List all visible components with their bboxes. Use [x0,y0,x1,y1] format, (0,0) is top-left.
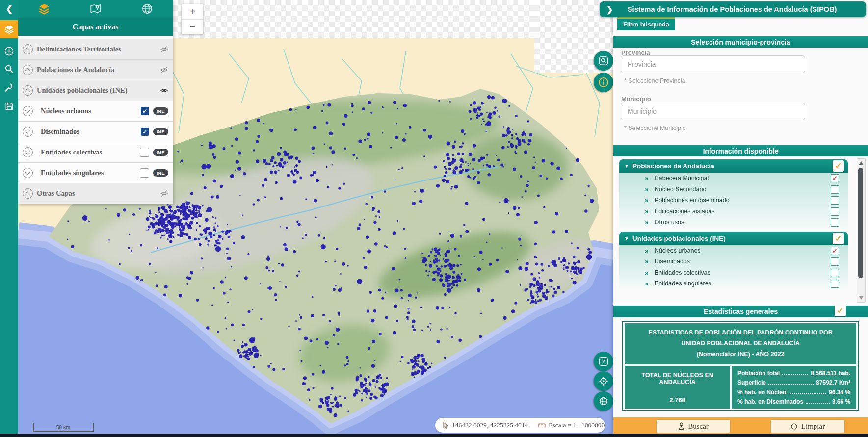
collapse-panel-button[interactable]: ❮ [0,0,18,18]
layers-tab-icon[interactable] [38,2,51,15]
scroll-down-arrow[interactable] [859,296,864,300]
collapse-chevron-icon[interactable] [23,44,33,54]
stats-total-cell: TOTAL DE NÚCLEOS EN ANDALUCÍA 2.768 [625,366,730,409]
estadisticas-checkbox[interactable]: ✓ [835,305,846,316]
layer-checkbox[interactable] [140,148,149,157]
info-item-checkbox[interactable] [831,207,839,216]
info-scrollbar[interactable] [857,158,866,303]
stats-table-title: ESTADISTICAS DE POBLACIÓN DEL PADRÓN CON… [625,323,856,364]
visibility-on-icon[interactable] [160,87,168,94]
basemap-globe-button[interactable] [594,391,613,411]
info-group-checkbox[interactable]: ✓ [833,233,844,244]
section-header-seleccion: Selección municipio-provincia [613,36,868,48]
add-layer-button[interactable] [0,42,18,60]
collapse-chevron-icon[interactable] [23,106,33,116]
stats-row-label: % hab. en Diseminados [737,398,803,405]
info-item: » Poblaciones en diseminado [619,195,848,206]
map-pin-tab-icon[interactable] [89,2,102,15]
layers-tool-button[interactable] [0,20,18,38]
section-header-estadisticas: Estadísticas generales ✓ [613,306,868,317]
leader-dots [782,374,808,375]
tools-button[interactable] [0,78,18,97]
search-tool-button[interactable] [0,60,18,78]
map-status-pill: 146422.0029, 4225225.4014 Escala = 1 : 1… [435,418,605,433]
bottom-bar [0,434,868,437]
layer-label: Delimitaciones Territoriales [37,45,156,53]
layer-row[interactable]: Diseminados✓ INE [18,122,173,142]
layer-checkbox[interactable]: ✓ [141,128,149,136]
info-item: » Entidades singulares [619,278,848,289]
search-panel: Filtro búsqueda Selección municipio-prov… [613,0,868,437]
locate-icon [598,376,609,386]
scale-bar-label: 50 km [56,424,70,431]
ine-badge: INE [153,149,168,156]
info-group-label: Poblaciones de Andalucía [632,162,714,170]
visibility-off-icon[interactable] [160,46,168,53]
info-group-label: Unidades poblacionales (INE) [632,235,726,242]
info-item-label: Entidades singulares [655,280,711,287]
buscar-button[interactable]: Buscar [656,419,731,433]
collapse-chevron-icon[interactable] [23,65,33,75]
info-item-checkbox[interactable] [831,218,839,227]
visibility-off-icon[interactable] [160,190,168,197]
layer-row[interactable]: Entidades colectivas INE [18,142,173,163]
info-item-checkbox[interactable]: ✓ [831,247,839,255]
municipio-input[interactable] [621,103,805,120]
tab-filtro-busqueda[interactable]: Filtro búsqueda [617,17,675,30]
info-item-checkbox[interactable] [831,185,839,194]
municipio-hint: * Seleccione Municipio [624,125,686,131]
layer-checkbox[interactable] [140,168,149,178]
save-button[interactable] [0,97,18,115]
info-group-header[interactable]: ▼ Poblaciones de Andalucía ✓ [619,159,848,173]
collapse-chevron-icon[interactable] [23,147,33,157]
layer-row[interactable]: Unidades poblacionales (INE) [18,80,173,101]
help-button[interactable]: ? [594,352,613,371]
collapse-chevron-icon[interactable] [23,127,33,137]
zoom-out-button[interactable]: − [182,20,203,35]
stats-row: % hab. en Núcleo 96.34 % [737,389,850,396]
layer-row[interactable]: Poblaciones de Andalucía [18,60,173,80]
scrollbar-thumb[interactable] [858,168,863,278]
stats-row-label: Superficie [737,379,766,386]
layers-panel-header [18,0,173,18]
info-item-label: Cabecera Municipal [655,175,709,181]
layer-checkbox[interactable]: ✓ [141,107,149,115]
info-button[interactable] [594,73,613,92]
stats-row-label: % hab. en Núcleo [737,389,786,396]
stats-row: % hab. en Diseminados 3.66 % [737,398,850,405]
layer-row[interactable]: Entidades singulares INE [18,163,173,183]
collapse-chevron-icon[interactable] [23,188,33,199]
layer-row[interactable]: Núcleos urbanos✓ INE [18,101,173,122]
info-item-checkbox[interactable] [831,196,839,205]
magnifier-icon [4,64,14,74]
provincia-input[interactable] [621,55,805,73]
collapse-right-panel-button[interactable]: ❯ [606,5,613,14]
info-item: » Núcleo Secundario [619,184,848,195]
zoom-in-button[interactable]: + [182,4,203,20]
globe-tab-icon[interactable] [141,2,154,15]
collapse-chevron-icon[interactable] [23,168,33,178]
layer-label: Entidades singulares [41,169,136,177]
svg-text:?: ? [602,359,605,364]
stats-row: Superficie 87592.7 Km² [737,379,850,386]
locate-button[interactable] [594,371,613,391]
layer-row[interactable]: Delimitaciones Territoriales [18,39,173,60]
item-bullet: » [645,196,649,204]
info-item-checkbox[interactable]: ✓ [831,174,839,182]
info-item-checkbox[interactable] [831,257,839,266]
scroll-up-arrow[interactable] [859,161,864,165]
info-item-checkbox[interactable] [831,280,839,288]
info-item-label: Otros usos [655,219,684,226]
search-on-map-button[interactable] [594,51,613,71]
stats-row-value: 96.34 % [829,389,850,396]
info-item-checkbox[interactable] [831,269,839,277]
info-group: ▼ Poblaciones de Andalucía ✓ » Cabecera … [619,159,848,228]
layer-label: Núcleos urbanos [41,107,137,115]
layer-row[interactable]: Otras Capas [18,183,173,204]
visibility-off-icon[interactable] [160,66,168,74]
info-group-header[interactable]: ▼ Unidades poblacionales (INE) ✓ [619,232,848,245]
info-item-label: Diseminados [655,258,690,265]
limpiar-button[interactable]: Limpiar [770,419,845,433]
info-group-checkbox[interactable]: ✓ [833,160,844,172]
collapse-chevron-icon[interactable] [23,85,33,96]
